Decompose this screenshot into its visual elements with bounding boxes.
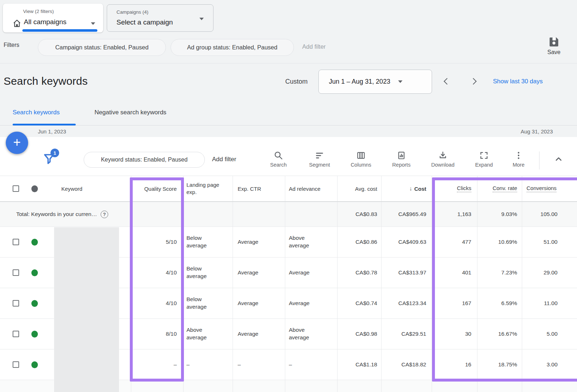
keyword-status-chip[interactable]: Keyword status: Enabled, Paused <box>84 152 205 168</box>
ad-relevance-cell: Above average <box>285 319 337 349</box>
column-header-landing-page-exp[interactable]: Landing page exp. <box>183 176 233 201</box>
section-divider <box>0 63 577 63</box>
tab-negative-search-keywords[interactable]: Negative search keywords <box>94 109 166 116</box>
campaign-selector-label: Campaigns (4) <box>116 9 149 15</box>
download-tool-button[interactable]: Download <box>426 151 460 168</box>
home-icon <box>12 19 22 28</box>
timeline-end-date: Aug 31, 2023 <box>521 128 553 135</box>
column-header-cost[interactable]: ↓Cost <box>381 176 432 201</box>
help-icon[interactable]: ? <box>101 211 108 218</box>
save-button[interactable]: Save <box>543 36 565 56</box>
plus-icon: + <box>13 136 21 149</box>
avg-cost-cell: CA$0.74 <box>337 288 381 318</box>
status-enabled-dot <box>31 269 38 276</box>
row-checkbox[interactable] <box>13 300 19 307</box>
columns-tool-button[interactable]: Columns <box>344 151 378 168</box>
campaign-status-filter-chip[interactable]: Campaign status: Enabled, Paused <box>38 39 166 56</box>
more-tool-button[interactable]: More <box>501 151 536 168</box>
save-label: Save <box>543 49 565 56</box>
cost-cell: CA$18.82 <box>381 349 432 380</box>
cost-cell: CA$29.51 <box>381 319 432 349</box>
status-column-header-dot <box>31 185 38 192</box>
exp-ctr-cell: Average <box>233 319 285 349</box>
table-toolbar: 1 Keyword status: Enabled, Paused Add fi… <box>0 137 577 176</box>
column-header-ad-relevance[interactable]: Ad relevance <box>285 176 337 201</box>
google-ads-search-keywords-page: View (2 filters) All campaigns Campaigns… <box>0 0 577 392</box>
filter-count-badge: 1 <box>50 149 59 157</box>
add-keyword-fab-button[interactable]: + <box>6 132 28 154</box>
exp-ctr-cell: Average <box>233 227 285 257</box>
campaign-selector[interactable]: Campaigns (4) Select a campaign <box>107 4 213 32</box>
status-enabled-dot <box>31 239 38 246</box>
clicks-conversions-highlight-box <box>432 177 577 382</box>
active-tab-underline <box>13 124 76 125</box>
chevron-down-icon <box>91 22 95 25</box>
row-checkbox[interactable] <box>13 269 19 276</box>
timeline-start-date: Jun 1, 2023 <box>38 128 66 135</box>
quality-score-highlight-box <box>130 177 184 382</box>
view-selector-active-bar <box>22 29 97 32</box>
avg-cost-cell: CA$0.86 <box>337 227 381 257</box>
page-title: Search keywords <box>4 75 88 87</box>
sort-descending-icon: ↓ <box>409 185 412 192</box>
ad-group-status-filter-chip[interactable]: Ad group status: Enabled, Paused <box>171 39 294 56</box>
segment-tool-button[interactable]: Segment <box>302 151 337 168</box>
reports-tool-button[interactable]: Reports <box>384 151 419 168</box>
table-add-filter-button[interactable]: Add filter <box>212 156 236 163</box>
tab-search-keywords[interactable]: Search keywords <box>13 109 60 116</box>
expand-tool-button[interactable]: Expand <box>467 151 501 168</box>
landing-page-exp-cell: Below average <box>183 257 233 288</box>
total-cost: CA$965.49 <box>381 202 432 226</box>
filters-label: Filters <box>4 42 19 48</box>
landing-page-exp-cell: Below average <box>183 227 233 257</box>
cost-cell: CA$409.63 <box>381 227 432 257</box>
date-range-picker[interactable]: Jun 1 – Aug 31, 2023 <box>318 70 432 94</box>
exp-ctr-cell: – <box>233 349 285 380</box>
status-enabled-dot <box>31 300 38 307</box>
column-header-exp-ctr[interactable]: Exp. CTR <box>233 176 285 201</box>
collapse-chevron-up-icon[interactable] <box>553 154 564 164</box>
ad-relevance-cell: Average <box>285 288 337 318</box>
ad-relevance-cell: Average <box>285 257 337 288</box>
ad-relevance-cell: Above average <box>285 227 337 257</box>
row-checkbox[interactable] <box>13 331 19 337</box>
row-checkbox[interactable] <box>13 361 19 368</box>
exp-ctr-cell: Average <box>233 288 285 318</box>
column-header-keyword[interactable]: Keyword <box>54 176 131 201</box>
show-last-30-days-link[interactable]: Show last 30 days <box>493 78 543 85</box>
campaign-selector-value: Select a campaign <box>116 18 173 26</box>
more-tool-label: More <box>512 162 524 168</box>
avg-cost-cell: CA$1.18 <box>337 349 381 380</box>
columns-icon <box>356 151 366 160</box>
redacted-keyword-column-block <box>54 227 119 392</box>
total-avg-cost: CA$0.83 <box>337 202 381 226</box>
columns-tool-label: Columns <box>351 162 371 168</box>
chevron-down-icon <box>199 18 204 20</box>
reports-tool-label: Reports <box>392 162 411 168</box>
ad-relevance-cell: – <box>285 349 337 380</box>
search-tool-label: Search <box>270 162 287 168</box>
row-checkbox[interactable] <box>13 239 19 245</box>
previous-period-button[interactable] <box>444 78 450 84</box>
search-tool-button[interactable]: Search <box>261 151 296 168</box>
more-vertical-icon <box>514 151 523 160</box>
landing-page-exp-cell: – <box>183 349 233 380</box>
tabs-bar: Search keywords Negative search keywords <box>0 105 577 125</box>
download-tool-label: Download <box>431 162 455 168</box>
select-all-checkbox[interactable] <box>13 185 19 192</box>
view-selector[interactable]: View (2 filters) All campaigns <box>3 4 103 32</box>
download-icon <box>438 151 448 160</box>
save-icon <box>548 36 560 48</box>
cost-cell: CA$313.97 <box>381 257 432 288</box>
status-enabled-dot <box>31 331 38 338</box>
avg-cost-cell: CA$0.98 <box>337 319 381 349</box>
status-enabled-dot <box>31 361 38 368</box>
add-filter-button[interactable]: Add filter <box>302 43 326 50</box>
column-header-avg-cost[interactable]: Avg. cost <box>337 176 381 201</box>
date-mode-label: Custom <box>285 78 308 85</box>
exp-ctr-cell: Average <box>233 257 285 288</box>
next-period-button[interactable] <box>470 78 476 84</box>
segment-tool-label: Segment <box>309 162 330 168</box>
avg-cost-cell: CA$0.78 <box>337 257 381 288</box>
cost-cell: CA$123.34 <box>381 288 432 318</box>
